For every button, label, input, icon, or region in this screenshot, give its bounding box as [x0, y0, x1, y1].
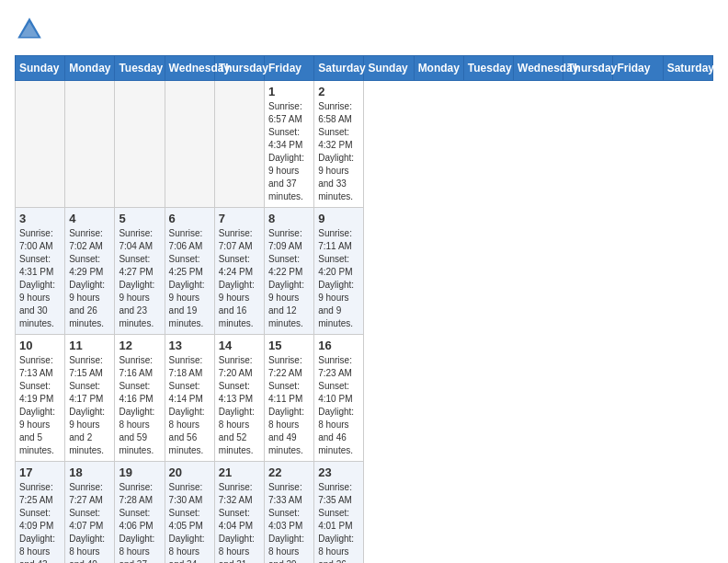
day-info: Sunrise: 7:22 AM Sunset: 4:11 PM Dayligh…	[268, 354, 310, 457]
day-number: 19	[119, 465, 160, 479]
day-number: 23	[318, 465, 359, 479]
day-info: Sunrise: 7:27 AM Sunset: 4:07 PM Dayligh…	[69, 481, 110, 563]
day-info: Sunrise: 7:30 AM Sunset: 4:05 PM Dayligh…	[169, 481, 210, 563]
header-saturday: Saturday	[314, 56, 364, 81]
calendar-cell	[214, 81, 264, 208]
day-info: Sunrise: 7:11 AM Sunset: 4:20 PM Dayligh…	[318, 227, 359, 330]
header-tuesday: Tuesday	[115, 56, 165, 81]
page-header	[15, 15, 713, 44]
calendar-cell	[65, 81, 115, 208]
day-info: Sunrise: 7:18 AM Sunset: 4:14 PM Dayligh…	[169, 354, 210, 457]
calendar-cell: 15Sunrise: 7:22 AM Sunset: 4:11 PM Dayli…	[265, 335, 314, 462]
day-number: 2	[318, 85, 359, 98]
header-friday: Friday	[265, 56, 314, 81]
calendar-cell: 22Sunrise: 7:33 AM Sunset: 4:03 PM Dayli…	[265, 462, 314, 564]
calendar-week-4: 17Sunrise: 7:25 AM Sunset: 4:09 PM Dayli…	[16, 462, 713, 564]
day-number: 14	[219, 339, 260, 352]
calendar-header-row: SundayMondayTuesdayWednesdayThursdayFrid…	[16, 56, 713, 81]
calendar-cell: 21Sunrise: 7:32 AM Sunset: 4:04 PM Dayli…	[214, 462, 264, 564]
day-number: 9	[318, 212, 359, 225]
day-info: Sunrise: 7:28 AM Sunset: 4:06 PM Dayligh…	[119, 481, 160, 563]
day-info: Sunrise: 7:09 AM Sunset: 4:22 PM Dayligh…	[268, 227, 310, 330]
header-saturday: Saturday	[663, 56, 712, 81]
calendar-cell: 2Sunrise: 6:58 AM Sunset: 4:32 PM Daylig…	[314, 81, 364, 208]
day-number: 3	[19, 212, 61, 225]
day-info: Sunrise: 7:20 AM Sunset: 4:13 PM Dayligh…	[219, 354, 260, 457]
calendar-cell: 5Sunrise: 7:04 AM Sunset: 4:27 PM Daylig…	[115, 208, 165, 335]
day-info: Sunrise: 7:25 AM Sunset: 4:09 PM Dayligh…	[19, 481, 61, 563]
header-monday: Monday	[65, 56, 115, 81]
day-number: 21	[219, 465, 260, 479]
calendar-cell: 18Sunrise: 7:27 AM Sunset: 4:07 PM Dayli…	[65, 462, 115, 564]
calendar-cell: 13Sunrise: 7:18 AM Sunset: 4:14 PM Dayli…	[165, 335, 214, 462]
calendar-cell: 14Sunrise: 7:20 AM Sunset: 4:13 PM Dayli…	[214, 335, 264, 462]
day-info: Sunrise: 7:23 AM Sunset: 4:10 PM Dayligh…	[318, 354, 359, 457]
calendar-cell: 1Sunrise: 6:57 AM Sunset: 4:34 PM Daylig…	[265, 81, 314, 208]
logo	[15, 15, 48, 44]
day-info: Sunrise: 6:57 AM Sunset: 4:34 PM Dayligh…	[268, 100, 310, 203]
day-number: 22	[268, 465, 310, 479]
calendar-cell	[16, 81, 65, 208]
calendar-cell: 23Sunrise: 7:35 AM Sunset: 4:01 PM Dayli…	[314, 462, 364, 564]
day-info: Sunrise: 7:16 AM Sunset: 4:16 PM Dayligh…	[119, 354, 160, 457]
calendar-cell: 19Sunrise: 7:28 AM Sunset: 4:06 PM Dayli…	[115, 462, 165, 564]
day-number: 6	[169, 212, 210, 225]
calendar-cell: 10Sunrise: 7:13 AM Sunset: 4:19 PM Dayli…	[16, 335, 65, 462]
day-number: 12	[119, 339, 160, 352]
day-number: 10	[19, 339, 61, 352]
header-thursday: Thursday	[214, 56, 264, 81]
day-info: Sunrise: 7:00 AM Sunset: 4:31 PM Dayligh…	[19, 227, 61, 330]
day-info: Sunrise: 7:07 AM Sunset: 4:24 PM Dayligh…	[219, 227, 260, 330]
calendar-cell: 12Sunrise: 7:16 AM Sunset: 4:16 PM Dayli…	[115, 335, 165, 462]
calendar-cell: 20Sunrise: 7:30 AM Sunset: 4:05 PM Dayli…	[165, 462, 214, 564]
header-sunday: Sunday	[364, 56, 414, 81]
calendar-cell: 8Sunrise: 7:09 AM Sunset: 4:22 PM Daylig…	[265, 208, 314, 335]
logo-icon	[15, 15, 44, 44]
day-number: 16	[318, 339, 359, 352]
day-number: 15	[268, 339, 310, 352]
calendar-cell: 17Sunrise: 7:25 AM Sunset: 4:09 PM Dayli…	[16, 462, 65, 564]
day-number: 7	[219, 212, 260, 225]
day-number: 18	[69, 465, 110, 479]
day-info: Sunrise: 7:32 AM Sunset: 4:04 PM Dayligh…	[219, 481, 260, 563]
day-info: Sunrise: 7:06 AM Sunset: 4:25 PM Dayligh…	[169, 227, 210, 330]
calendar-week-3: 10Sunrise: 7:13 AM Sunset: 4:19 PM Dayli…	[16, 335, 713, 462]
day-number: 8	[268, 212, 310, 225]
day-info: Sunrise: 7:33 AM Sunset: 4:03 PM Dayligh…	[268, 481, 310, 563]
header-thursday: Thursday	[563, 56, 613, 81]
header-wednesday: Wednesday	[514, 56, 563, 81]
calendar-week-1: 1Sunrise: 6:57 AM Sunset: 4:34 PM Daylig…	[16, 81, 713, 208]
header-friday: Friday	[613, 56, 663, 81]
header-tuesday: Tuesday	[463, 56, 513, 81]
day-number: 11	[69, 339, 110, 352]
calendar-cell	[165, 81, 214, 208]
day-info: Sunrise: 7:15 AM Sunset: 4:17 PM Dayligh…	[69, 354, 110, 457]
day-info: Sunrise: 7:04 AM Sunset: 4:27 PM Dayligh…	[119, 227, 160, 330]
day-number: 13	[169, 339, 210, 352]
calendar-cell: 3Sunrise: 7:00 AM Sunset: 4:31 PM Daylig…	[16, 208, 65, 335]
day-number: 4	[69, 212, 110, 225]
day-info: Sunrise: 6:58 AM Sunset: 4:32 PM Dayligh…	[318, 100, 359, 203]
day-number: 17	[19, 465, 61, 479]
calendar-table: SundayMondayTuesdayWednesdayThursdayFrid…	[15, 55, 713, 563]
calendar-cell: 9Sunrise: 7:11 AM Sunset: 4:20 PM Daylig…	[314, 208, 364, 335]
calendar-cell: 11Sunrise: 7:15 AM Sunset: 4:17 PM Dayli…	[65, 335, 115, 462]
day-info: Sunrise: 7:35 AM Sunset: 4:01 PM Dayligh…	[318, 481, 359, 563]
calendar-week-2: 3Sunrise: 7:00 AM Sunset: 4:31 PM Daylig…	[16, 208, 713, 335]
day-info: Sunrise: 7:13 AM Sunset: 4:19 PM Dayligh…	[19, 354, 61, 457]
calendar-cell: 7Sunrise: 7:07 AM Sunset: 4:24 PM Daylig…	[214, 208, 264, 335]
header-sunday: Sunday	[16, 56, 65, 81]
day-info: Sunrise: 7:02 AM Sunset: 4:29 PM Dayligh…	[69, 227, 110, 330]
day-number: 5	[119, 212, 160, 225]
calendar-cell: 6Sunrise: 7:06 AM Sunset: 4:25 PM Daylig…	[165, 208, 214, 335]
day-number: 1	[268, 85, 310, 98]
header-wednesday: Wednesday	[165, 56, 214, 81]
day-number: 20	[169, 465, 210, 479]
header-monday: Monday	[414, 56, 463, 81]
calendar-cell: 4Sunrise: 7:02 AM Sunset: 4:29 PM Daylig…	[65, 208, 115, 335]
calendar-cell: 16Sunrise: 7:23 AM Sunset: 4:10 PM Dayli…	[314, 335, 364, 462]
calendar-cell	[115, 81, 165, 208]
